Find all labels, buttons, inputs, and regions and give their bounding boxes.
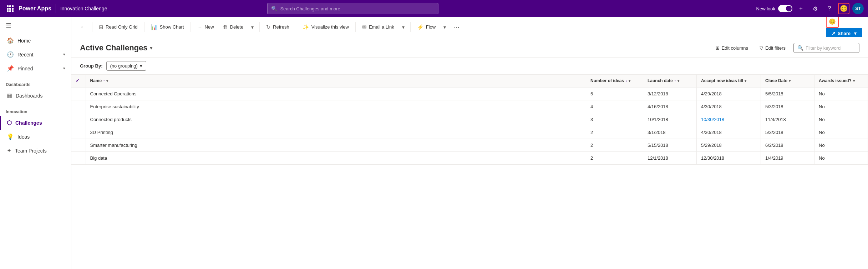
flow-chevron[interactable]: ▾	[441, 22, 449, 32]
section-title-innovation: Innovation	[0, 106, 71, 116]
col-filter-icon[interactable]: ▾	[853, 79, 855, 83]
data-table-container: ✓ Name ↑ ▾ Number	[71, 75, 868, 269]
table-row: Connected products 3 10/1/2018 10/30/201…	[71, 113, 868, 126]
toolbar-separator	[355, 22, 356, 32]
avatar[interactable]: ST	[852, 3, 864, 14]
email-chevron[interactable]: ▾	[399, 22, 407, 32]
sidebar-item-label: Home	[17, 38, 31, 44]
groupby-select[interactable]: (no grouping) ▾	[106, 61, 146, 71]
waffle-menu[interactable]	[4, 3, 16, 14]
edit-columns-button[interactable]: ⊞ Edit columns	[712, 43, 752, 53]
cell-accept: 4/30/2018	[697, 100, 761, 113]
col-header-close[interactable]: Close Date ▾	[761, 75, 814, 87]
refresh-button[interactable]: ↻ Refresh	[263, 22, 293, 33]
sidebar-item-label: Challenges	[15, 120, 42, 126]
col-filter-icon[interactable]: ▾	[789, 79, 791, 83]
add-button[interactable]: ＋	[795, 3, 807, 14]
sidebar-item-home[interactable]: 🏠 Home	[0, 34, 71, 48]
sidebar-toggle[interactable]: ☰	[0, 17, 71, 34]
toolbar-right: 😊 ↗ Share ▾	[823, 17, 862, 39]
chevron-down-icon: ▾	[63, 52, 65, 57]
row-check[interactable]	[71, 152, 86, 165]
flow-icon: ⚡	[417, 24, 424, 30]
toolbar-separator	[410, 22, 411, 32]
col-filter-icon[interactable]: ▾	[106, 79, 108, 83]
cell-name: Smarter manufacturing	[86, 139, 586, 152]
app-name: Innovation Challenge	[60, 6, 107, 11]
cell-launch: 3/12/2018	[643, 87, 697, 100]
cell-launch: 12/1/2018	[643, 152, 697, 165]
row-check[interactable]	[71, 113, 86, 126]
email-link-button[interactable]: ✉ Email a Link	[359, 22, 398, 33]
cell-close: 6/2/2018	[761, 139, 814, 152]
col-header-ideas[interactable]: Number of ideas ↓ ▾	[586, 75, 643, 87]
row-check[interactable]	[71, 126, 86, 139]
cell-accept: 4/29/2018	[697, 87, 761, 100]
flow-button[interactable]: ⚡ Flow	[413, 22, 439, 33]
keyword-filter[interactable]: 🔍	[793, 43, 859, 53]
cell-close: 11/4/2018	[761, 113, 814, 126]
back-button[interactable]: ←	[77, 21, 89, 33]
help-icon[interactable]: ?	[824, 3, 835, 14]
sidebar-item-challenges[interactable]: ⬡ Challenges	[0, 116, 71, 130]
toolbar-separator	[191, 22, 191, 32]
global-search[interactable]: 🔍	[267, 3, 438, 14]
check-icon: ✓	[76, 78, 79, 83]
challenges-icon: ⬡	[7, 119, 12, 126]
top-nav: Power Apps Innovation Challenge 🔍 New lo…	[0, 0, 868, 17]
sidebar-item-label: Team Projects	[15, 148, 47, 154]
col-header-awards[interactable]: Awards issued? ▾	[814, 75, 868, 87]
sidebar-item-ideas[interactable]: 💡 Ideas	[0, 130, 71, 144]
edit-filters-button[interactable]: ▽ Edit filters	[756, 43, 789, 53]
col-header-name[interactable]: Name ↑ ▾	[86, 75, 586, 87]
row-check[interactable]	[71, 100, 86, 113]
cell-launch: 4/16/2018	[643, 100, 697, 113]
columns-icon: ⊞	[716, 45, 720, 51]
col-filter-icon[interactable]: ▾	[677, 79, 679, 83]
new-button[interactable]: ＋ New	[194, 21, 218, 33]
groupby-label: Group By:	[80, 63, 103, 69]
delete-chevron[interactable]: ▾	[248, 22, 257, 32]
col-filter-icon[interactable]: ▾	[745, 79, 746, 83]
delete-button[interactable]: 🗑 Delete	[219, 22, 247, 32]
col-filter-icon[interactable]: ▾	[629, 79, 630, 83]
cell-name: Connected Operations	[86, 87, 586, 100]
more-options-button[interactable]: ⋯	[450, 21, 462, 33]
pinned-icon: 📌	[7, 65, 14, 72]
sidebar-item-dashboards[interactable]: ▦ Dashboards	[0, 89, 71, 103]
toolbar-separator	[92, 22, 92, 32]
new-look-toggle[interactable]	[778, 5, 792, 12]
sidebar-item-pinned[interactable]: 📌 Pinned ▾	[0, 61, 71, 75]
ideas-icon: 💡	[7, 133, 14, 140]
view-title: Active Challenges ▾	[80, 43, 152, 53]
toolbar-separator	[259, 22, 260, 32]
icon-highlight-button[interactable]: 😊	[826, 17, 839, 28]
keyword-filter-input[interactable]	[806, 45, 856, 51]
view-title-chevron-icon[interactable]: ▾	[150, 45, 152, 51]
search-input[interactable]	[280, 6, 435, 11]
cell-launch: 10/1/2018	[643, 113, 697, 126]
sidebar-item-teamprojects[interactable]: ✦ Team Projects	[0, 144, 71, 158]
search-icon: 🔍	[797, 45, 803, 51]
row-check[interactable]	[71, 87, 86, 100]
visualize-button[interactable]: ✨ Visualize this view	[299, 22, 352, 33]
toolbar-separator	[296, 22, 296, 32]
row-check[interactable]	[71, 139, 86, 152]
read-only-grid-button[interactable]: ⊞ Read Only Grid	[95, 22, 141, 33]
waffle-icon	[7, 5, 14, 12]
sort-desc-icon: ↓	[625, 79, 627, 83]
cell-awards: No	[814, 100, 868, 113]
visualize-icon: ✨	[303, 24, 309, 30]
table-row: Enterprise sustainability 4 4/16/2018 4/…	[71, 100, 868, 113]
show-chart-button[interactable]: 📊 Show Chart	[147, 22, 188, 33]
cell-ideas: 4	[586, 100, 643, 113]
cell-awards: No	[814, 113, 868, 126]
new-look-label: New look	[756, 6, 775, 11]
sidebar-item-recent[interactable]: 🕐 Recent ▾	[0, 48, 71, 61]
feedback-icon[interactable]: 😊	[838, 3, 849, 14]
cell-accept: 5/29/2018	[697, 139, 761, 152]
cell-accept: 4/30/2018	[697, 126, 761, 139]
col-header-launch[interactable]: Launch date ↑ ▾	[643, 75, 697, 87]
settings-icon[interactable]: ⚙	[809, 3, 821, 14]
col-header-accept[interactable]: Accept new ideas till ▾	[697, 75, 761, 87]
